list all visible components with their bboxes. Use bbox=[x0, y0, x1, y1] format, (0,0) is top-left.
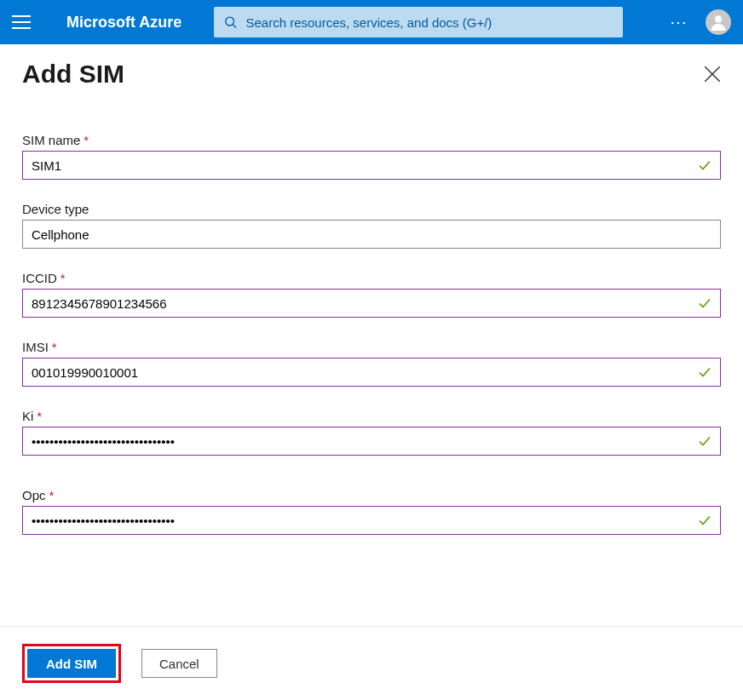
check-icon bbox=[698, 158, 711, 172]
device-type-label: Device type bbox=[22, 202, 89, 216]
required-mark: * bbox=[52, 340, 57, 354]
search-icon bbox=[224, 15, 237, 29]
footer-bar: Add SIM Cancel bbox=[0, 626, 743, 700]
svg-point-2 bbox=[715, 15, 722, 22]
close-icon[interactable] bbox=[704, 66, 721, 83]
field-ki: Ki* bbox=[22, 409, 721, 456]
required-mark: * bbox=[84, 133, 89, 147]
check-icon bbox=[698, 434, 711, 448]
field-device-type: Device type bbox=[22, 202, 721, 249]
main-panel: Add SIM SIM name* Device type ICCID* IMS… bbox=[0, 44, 743, 535]
ki-input[interactable] bbox=[32, 434, 691, 449]
required-mark: * bbox=[49, 488, 55, 502]
user-icon bbox=[708, 12, 729, 32]
highlight-frame: Add SIM bbox=[22, 644, 121, 683]
device-type-input[interactable] bbox=[32, 227, 691, 242]
opc-label: Opc bbox=[22, 488, 46, 502]
field-sim-name: SIM name* bbox=[22, 133, 721, 180]
check-icon bbox=[698, 514, 711, 527]
page-title: Add SIM bbox=[22, 60, 124, 89]
cancel-button[interactable]: Cancel bbox=[141, 649, 217, 678]
check-icon bbox=[698, 365, 711, 379]
sim-name-input[interactable] bbox=[32, 158, 691, 173]
global-search[interactable] bbox=[214, 7, 623, 37]
menu-icon[interactable] bbox=[12, 11, 34, 33]
brand-label: Microsoft Azure bbox=[66, 14, 181, 32]
more-icon[interactable]: ⋯ bbox=[670, 12, 688, 32]
search-input[interactable] bbox=[245, 15, 613, 30]
check-icon bbox=[698, 296, 711, 310]
svg-line-1 bbox=[233, 25, 237, 28]
required-mark: * bbox=[37, 409, 42, 423]
avatar[interactable] bbox=[706, 9, 731, 35]
ki-label: Ki bbox=[22, 409, 33, 423]
iccid-input[interactable] bbox=[32, 296, 691, 311]
svg-point-0 bbox=[226, 17, 234, 26]
sim-name-label: SIM name bbox=[22, 133, 80, 147]
field-iccid: ICCID* bbox=[22, 271, 721, 318]
iccid-label: ICCID bbox=[22, 271, 57, 285]
imsi-input[interactable] bbox=[32, 365, 691, 380]
imsi-label: IMSI bbox=[22, 340, 49, 354]
field-imsi: IMSI* bbox=[22, 340, 721, 387]
add-sim-button[interactable]: Add SIM bbox=[27, 649, 116, 678]
field-opc: Opc* bbox=[22, 488, 721, 535]
required-mark: * bbox=[60, 271, 66, 285]
top-bar: Microsoft Azure ⋯ bbox=[0, 0, 743, 44]
opc-input[interactable] bbox=[32, 514, 691, 528]
